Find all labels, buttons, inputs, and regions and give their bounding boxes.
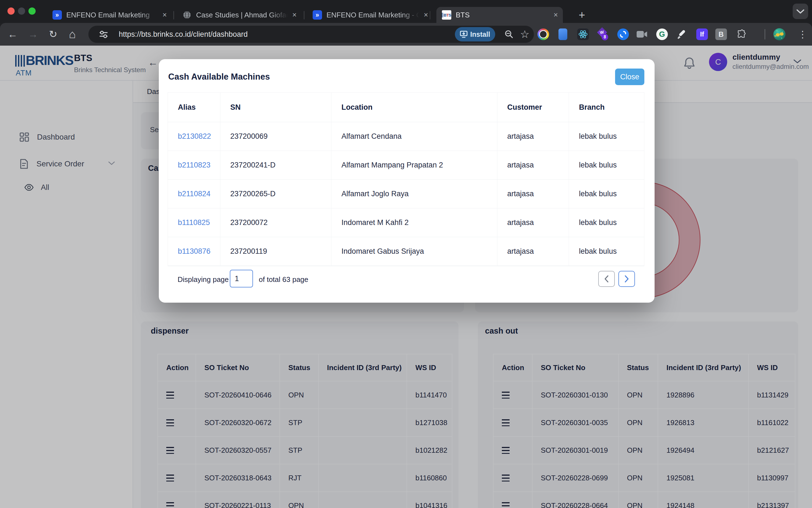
address-bar[interactable]: https://bts.brinks.co.id/client/dashboar… [88, 26, 534, 43]
serial-number: 237200265-D [221, 180, 332, 208]
browser-toolbar: ← → ↻ ⌂ https://bts.brinks.co.id/client/… [0, 23, 812, 46]
close-label: Close [620, 73, 639, 81]
macos-close-button[interactable] [7, 7, 15, 15]
serial-number: 237200072 [221, 208, 332, 237]
tab-separator [304, 11, 304, 19]
bts-favicon: BTS [442, 10, 451, 19]
install-label: Install [470, 30, 490, 38]
location: Indomaret Gabus Srijaya [331, 237, 497, 266]
tab-separator [430, 11, 430, 19]
app-viewport: BRINKS ATM BTS Brinks Technical System ←… [0, 46, 812, 508]
customer: artajasa [497, 151, 569, 179]
browser-tab[interactable]: »ENFENO Email Marketing - Co× [307, 7, 433, 23]
url-text[interactable]: https://bts.brinks.co.id/client/dashboar… [119, 26, 248, 43]
browser-tab[interactable]: »ENFENO Email Marketing× [47, 7, 172, 23]
column-header: Branch [569, 93, 644, 122]
grammarly-extension-icon[interactable]: G [654, 23, 670, 46]
shazam-extension-icon[interactable] [615, 23, 631, 46]
column-header: Customer [497, 93, 569, 122]
zoom-out-page-icon[interactable] [501, 26, 517, 43]
previous-page-button[interactable] [598, 271, 615, 287]
letter-b-extension-icon[interactable]: B [713, 23, 729, 46]
tab-close-icon[interactable]: × [292, 11, 297, 19]
serial-number: 237200069 [221, 122, 332, 151]
alias-link[interactable]: b2110823 [168, 151, 221, 179]
globe-favicon [182, 10, 192, 19]
screen: »ENFENO Email Marketing×Case Studies | A… [0, 0, 812, 508]
tab-title: ENFENO Email Marketing - Co [327, 11, 422, 19]
browser-profile-avatar[interactable] [773, 28, 785, 40]
location: Alfamart Mampang Prapatan 2 [331, 151, 497, 179]
home-icon[interactable]: ⌂ [65, 23, 80, 46]
eyedropper-extension-icon[interactable] [674, 23, 690, 46]
branch: lebak bulus [569, 180, 644, 208]
table-row: b2110824237200265-DAlfamart Joglo Rayaar… [168, 180, 644, 208]
bookmark-star-icon[interactable]: ☆ [517, 26, 532, 43]
customer: artajasa [497, 180, 569, 208]
location: Alfamart Joglo Raya [331, 180, 497, 208]
toolbar-separator [764, 29, 765, 40]
tab-close-icon[interactable]: × [424, 11, 428, 19]
close-button[interactable]: Close [615, 69, 644, 85]
next-page-button[interactable] [618, 271, 635, 287]
machines-table: AliasSNLocationCustomerBranchb2130822237… [168, 92, 644, 266]
column-header: SN [221, 93, 332, 122]
serial-number: 237200119 [221, 237, 332, 266]
tab-search-chevron-icon[interactable] [793, 4, 808, 19]
cash-available-machines-modal: Cash Available Machines Close AliasSNLoc… [159, 59, 655, 303]
react-extension-icon[interactable] [575, 23, 591, 46]
tab-close-icon[interactable]: × [162, 11, 167, 19]
branch: lebak bulus [569, 208, 644, 237]
alias-link[interactable]: b1110825 [168, 208, 221, 237]
new-tab-button[interactable]: + [576, 9, 588, 21]
forward-icon[interactable]: → [26, 23, 41, 46]
table-row: b2110823237200241-DAlfamart Mampang Prap… [168, 151, 644, 180]
tab-title: Case Studies | Ahmad Giofadl [196, 11, 291, 19]
alias-link[interactable]: b2110824 [168, 180, 221, 208]
customer: artajasa [497, 208, 569, 237]
pagination-suffix: of total 63 page [259, 275, 308, 284]
site-settings-icon[interactable] [97, 26, 110, 43]
browser-tab-strip: »ENFENO Email Marketing×Case Studies | A… [0, 0, 812, 23]
browser-tab[interactable]: BTSBTS× [436, 7, 563, 23]
reload-icon[interactable]: ↻ [45, 23, 61, 46]
macos-minimize-button[interactable] [18, 7, 25, 15]
browser-menu-icon[interactable]: ⋮ [795, 23, 810, 46]
table-row: b1130876237200119Indomaret Gabus Srijaya… [168, 237, 644, 266]
tab-title: ENFENO Email Marketing [66, 11, 161, 19]
location: Indomaret M Kahfi 2 [331, 208, 497, 237]
column-header: Alias [168, 93, 221, 122]
table-row: b2130822237200069Alfamart Cendanaartajas… [168, 122, 644, 151]
alias-link[interactable]: b1130876 [168, 237, 221, 266]
table-row: b1110825237200072Indomaret M Kahfi 2arta… [168, 208, 644, 237]
enfeno-favicon: » [313, 10, 322, 19]
blue-card-extension-icon[interactable] [555, 23, 571, 46]
back-icon[interactable]: ← [5, 23, 20, 46]
ifttt-extension-icon[interactable]: If [694, 23, 710, 46]
location: Alfamart Cendana [331, 122, 497, 151]
alias-link[interactable]: b2130822 [168, 122, 221, 151]
camera-extension-icon[interactable] [634, 23, 650, 46]
purple-8-extension-icon[interactable]: W8 [595, 23, 610, 46]
macos-zoom-button[interactable] [29, 7, 36, 15]
color-wheel-extension-icon[interactable] [535, 23, 551, 46]
modal-title: Cash Available Machines [168, 72, 270, 82]
serial-number: 237200241-D [221, 151, 332, 179]
customer: artajasa [497, 237, 569, 266]
branch: lebak bulus [569, 122, 644, 151]
tab-title: BTS [456, 11, 552, 19]
enfeno-favicon: » [52, 10, 62, 19]
branch: lebak bulus [569, 151, 644, 179]
tab-separator [174, 11, 174, 19]
install-app-button[interactable]: Install [455, 27, 495, 41]
page-number-input[interactable] [230, 270, 253, 288]
customer: artajasa [497, 122, 569, 151]
extensions-puzzle-icon[interactable] [733, 23, 749, 46]
column-header: Location [331, 93, 497, 122]
tab-close-icon[interactable]: × [554, 11, 558, 19]
branch: lebak bulus [569, 237, 644, 266]
pagination-prefix: Displaying page [178, 275, 229, 284]
browser-tab[interactable]: Case Studies | Ahmad Giofadl× [177, 7, 301, 23]
